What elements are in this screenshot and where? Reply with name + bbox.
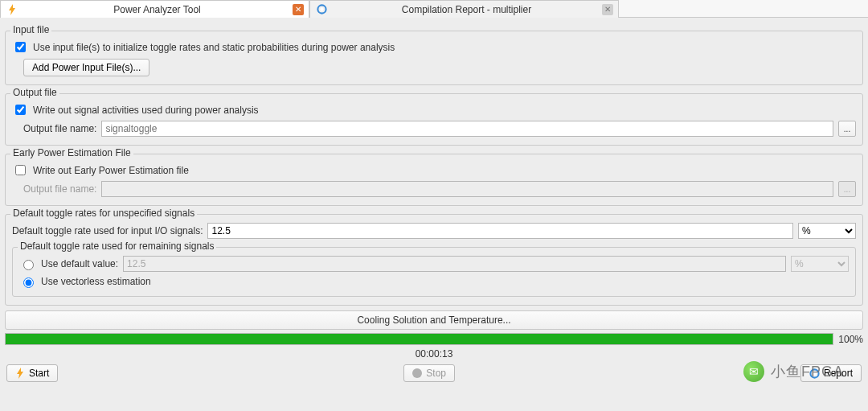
use-default-label: Use default value: — [41, 258, 118, 269]
svg-point-3 — [813, 372, 816, 375]
tab-bar: Power Analyzer Tool ✕ Compilation Report… — [0, 0, 868, 18]
tab-compilation-report[interactable]: Compilation Report - multiplier ✕ — [309, 0, 619, 18]
group-output-file: Output file Write out signal activities … — [5, 93, 863, 146]
progress-row: 100% — [5, 333, 863, 345]
close-icon[interactable]: ✕ — [293, 4, 304, 15]
use-input-files-label: Use input file(s) to initialize toggle r… — [33, 42, 395, 53]
stop-button[interactable]: Stop — [403, 364, 455, 382]
start-button[interactable]: Start — [6, 364, 58, 382]
group-toggle-rates: Default toggle rates for unspecified sig… — [5, 214, 863, 306]
use-default-unit-select: % — [791, 256, 849, 272]
group-remaining-signals: Default toggle rate used for remaining s… — [12, 247, 856, 297]
browse-button: ... — [838, 181, 856, 197]
tab-label: Power Analyzer Tool — [22, 4, 293, 15]
write-signal-activities-label: Write out signal activities used during … — [33, 105, 259, 116]
group-legend: Early Power Estimation File — [10, 147, 133, 158]
svg-point-1 — [320, 7, 323, 10]
vectorless-radio[interactable] — [23, 277, 34, 288]
output-filename-input[interactable] — [101, 121, 833, 137]
output-filename-label: Output file name: — [23, 123, 96, 134]
report-ring-icon — [809, 368, 820, 379]
browse-button[interactable]: ... — [838, 121, 856, 137]
cooling-expander[interactable]: Cooling Solution and Temperature... — [5, 310, 863, 330]
bolt-icon — [15, 368, 25, 379]
cooling-label: Cooling Solution and Temperature... — [357, 314, 510, 326]
group-legend: Output file — [10, 87, 59, 98]
tab-power-analyzer[interactable]: Power Analyzer Tool ✕ — [0, 0, 309, 18]
io-toggle-input[interactable] — [207, 223, 793, 239]
use-default-value-input — [123, 256, 786, 272]
progress-bar — [5, 333, 833, 345]
close-icon[interactable]: ✕ — [602, 4, 613, 15]
io-toggle-label: Default toggle rate used for input I/O s… — [12, 225, 203, 236]
write-signal-activities-checkbox[interactable] — [15, 105, 26, 115]
report-button[interactable]: Report — [800, 364, 862, 382]
group-legend: Input file — [10, 24, 51, 35]
elapsed-time: 00:00:13 — [5, 347, 863, 364]
group-epe-file: Early Power Estimation File Write out Ea… — [5, 154, 863, 206]
use-default-radio[interactable] — [23, 260, 34, 270]
group-legend: Default toggle rates for unspecified sig… — [10, 208, 197, 219]
progress-fill — [6, 334, 833, 344]
epe-filename-label: Output file name: — [23, 183, 96, 195]
bolt-icon — [6, 3, 18, 16]
io-toggle-unit-select[interactable]: % — [798, 223, 856, 239]
write-epe-label: Write out Early Power Estimation file — [33, 165, 189, 176]
write-epe-checkbox[interactable] — [15, 165, 26, 175]
report-ring-icon — [315, 3, 328, 16]
group-input-file: Input file Use input file(s) to initiali… — [5, 31, 863, 85]
tab-label: Compilation Report - multiplier — [331, 4, 602, 15]
add-power-input-files-button[interactable]: Add Power Input File(s)... — [23, 59, 149, 76]
group-legend: Default toggle rate used for remaining s… — [18, 240, 216, 252]
use-input-files-checkbox[interactable] — [15, 42, 26, 52]
page-body: Input file Use input file(s) to initiali… — [0, 18, 868, 411]
bottom-bar: Start Stop Report — [5, 364, 863, 382]
epe-filename-input — [101, 181, 833, 197]
stop-icon — [412, 368, 422, 378]
progress-percent-label: 100% — [838, 334, 863, 345]
vectorless-label: Use vectorless estimation — [41, 276, 151, 287]
